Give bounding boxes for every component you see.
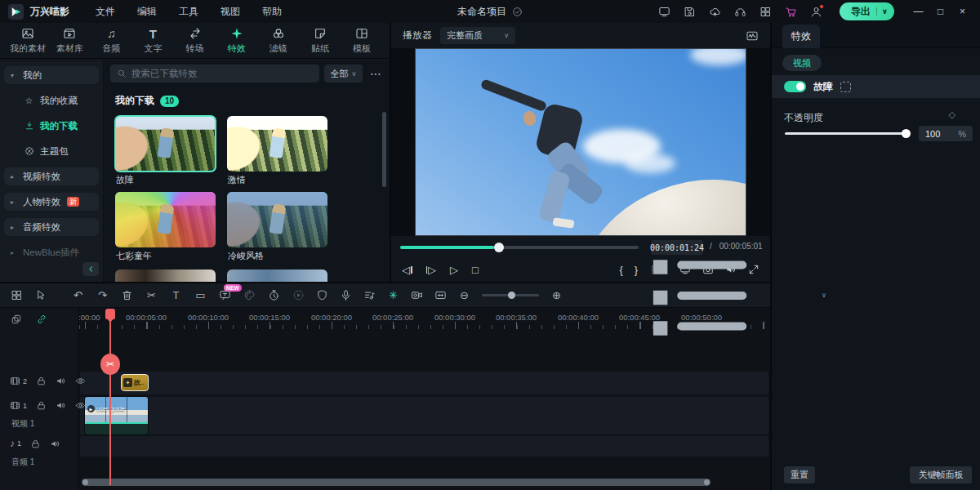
minimize-button[interactable]: — bbox=[907, 6, 929, 17]
cloud-upload-button[interactable] bbox=[705, 2, 725, 20]
support-button[interactable] bbox=[730, 2, 751, 20]
mask-button[interactable] bbox=[316, 289, 328, 301]
menu-help[interactable]: 帮助 bbox=[262, 5, 282, 19]
menu-view[interactable]: 视图 bbox=[220, 5, 240, 19]
menu-file[interactable]: 文件 bbox=[96, 5, 115, 19]
sidebar-collapse-button[interactable] bbox=[82, 262, 99, 276]
keyframe-diamond-icon[interactable]: ◇ bbox=[949, 109, 956, 120]
timeline-horizontal-scrollbar[interactable] bbox=[82, 479, 710, 486]
effect-card-glitch[interactable] bbox=[115, 116, 216, 172]
sidebar-group-my[interactable]: ▾ 我的 bbox=[4, 66, 99, 84]
playhead-line[interactable] bbox=[109, 309, 111, 485]
chevron-right-icon: ▸ bbox=[11, 198, 17, 206]
lock-icon[interactable] bbox=[36, 400, 47, 411]
effect-clip[interactable]: ✦ 故.. bbox=[121, 374, 149, 391]
search-box[interactable] bbox=[110, 65, 319, 82]
tool-select[interactable] bbox=[35, 289, 47, 301]
speech-to-text-button[interactable]: NEW bbox=[219, 289, 231, 301]
crop-tool-button[interactable]: ▭ bbox=[194, 289, 207, 301]
quality-dropdown[interactable]: 完整画质 ∨ bbox=[440, 27, 515, 44]
sidebar-group-video-effects[interactable]: ▸ 视频特效 bbox=[4, 167, 99, 185]
tool-grid[interactable] bbox=[11, 289, 23, 301]
sidebar-group-newblue[interactable]: ▸ NewBlue插件 bbox=[4, 243, 99, 261]
sidebar-item-theme-packs[interactable]: 主题包 bbox=[4, 142, 99, 160]
more-options-button[interactable]: ⋯ bbox=[368, 65, 384, 82]
preview-quality-icon[interactable] bbox=[746, 29, 759, 42]
track-lane-video[interactable] bbox=[80, 397, 768, 434]
track-lane-audio[interactable] bbox=[80, 436, 768, 457]
scene-detect-button[interactable] bbox=[411, 289, 423, 301]
maximize-button[interactable]: □ bbox=[929, 6, 951, 17]
tab-templates[interactable]: 模板 bbox=[344, 27, 380, 55]
link-icon[interactable] bbox=[36, 314, 47, 325]
tab-stickers[interactable]: 贴纸 bbox=[302, 27, 338, 55]
eye-icon[interactable] bbox=[75, 400, 86, 411]
menu-edit[interactable]: 编辑 bbox=[137, 5, 157, 19]
zoom-slider-handle[interactable] bbox=[508, 292, 515, 299]
export-button[interactable]: 导出 ∨ bbox=[840, 2, 894, 20]
search-input[interactable] bbox=[131, 69, 313, 78]
video-clip[interactable]: ▶ user guide bbox=[85, 397, 148, 434]
tab-library[interactable]: 素材库 bbox=[51, 27, 87, 55]
color-tool-button[interactable] bbox=[243, 289, 256, 301]
tab-transitions[interactable]: 转场 bbox=[177, 27, 213, 55]
close-button[interactable]: × bbox=[951, 6, 973, 17]
beat-detect-button[interactable]: ✳ bbox=[387, 289, 399, 301]
tab-my-media[interactable]: 我的素材 bbox=[10, 27, 46, 55]
playhead-handle[interactable] bbox=[105, 309, 115, 319]
account-button[interactable] bbox=[806, 2, 826, 20]
lock-icon[interactable] bbox=[30, 439, 41, 449]
redo-button[interactable]: ↷ bbox=[96, 289, 109, 301]
sidebar-group-character-effects[interactable]: ▸ 人物特效 新 bbox=[4, 193, 99, 211]
voiceover-button[interactable] bbox=[340, 289, 352, 301]
zoom-in-button[interactable]: ⊕ bbox=[550, 289, 563, 301]
effect-toggle[interactable] bbox=[784, 81, 806, 92]
opacity-value-box[interactable]: 100 % bbox=[919, 126, 973, 141]
preview-video[interactable] bbox=[415, 48, 746, 236]
tab-effects[interactable]: 特效 bbox=[219, 27, 255, 55]
workspace-layout-button[interactable] bbox=[654, 2, 675, 20]
properties-tab-effects[interactable]: 特效 bbox=[782, 24, 820, 48]
split-button[interactable]: ✂ bbox=[145, 289, 158, 301]
effect-region-icon[interactable] bbox=[840, 82, 851, 92]
sidebar-item-downloads[interactable]: 我的下载 bbox=[4, 117, 99, 135]
text-tool-button[interactable]: T bbox=[170, 289, 182, 301]
track-manager-button[interactable]: ∨ bbox=[574, 234, 826, 357]
zoom-slider[interactable] bbox=[482, 294, 539, 296]
filter-dropdown[interactable]: 全部 ∨ bbox=[324, 65, 363, 82]
tab-filters[interactable]: 滤镜 bbox=[261, 27, 296, 55]
sidebar-group-audio-effects[interactable]: ▸ 音频特效 bbox=[4, 218, 99, 236]
store-cart-button[interactable] bbox=[781, 2, 801, 20]
speaker-icon[interactable] bbox=[50, 439, 60, 449]
tab-audio[interactable]: ♫音频 bbox=[93, 27, 129, 55]
speed-tool-button[interactable] bbox=[268, 289, 280, 301]
delete-button[interactable] bbox=[121, 289, 133, 301]
video-chip[interactable]: 视频 bbox=[782, 55, 822, 71]
keyframe-panel-button[interactable]: 关键帧面板 bbox=[910, 466, 972, 483]
plugins-grid-button[interactable] bbox=[755, 2, 776, 20]
reset-button[interactable]: 重置 bbox=[784, 466, 815, 483]
track-lane-effect[interactable] bbox=[80, 372, 768, 394]
opacity-slider-handle[interactable] bbox=[902, 129, 911, 138]
effect-card-rainbow-childhood[interactable] bbox=[115, 192, 216, 247]
save-button[interactable] bbox=[679, 2, 700, 20]
effect-card-passion[interactable] bbox=[227, 116, 327, 172]
playhead-scissors-badge[interactable]: ✂ bbox=[100, 354, 120, 375]
render-preview-button[interactable] bbox=[292, 289, 305, 301]
duplicate-icon[interactable] bbox=[11, 314, 22, 325]
eye-icon[interactable] bbox=[75, 376, 86, 386]
menu-tools[interactable]: 工具 bbox=[179, 5, 198, 19]
audio-mixer-button[interactable] bbox=[363, 289, 376, 301]
opacity-slider[interactable] bbox=[785, 132, 907, 135]
export-dropdown-icon[interactable]: ∨ bbox=[876, 7, 888, 16]
effect-card-partial[interactable] bbox=[115, 270, 216, 282]
sidebar-item-favorites[interactable]: ☆ 我的收藏 bbox=[4, 91, 99, 109]
zoom-fit-button[interactable] bbox=[434, 289, 447, 301]
undo-button[interactable]: ↶ bbox=[72, 289, 84, 301]
speaker-icon[interactable] bbox=[56, 376, 66, 386]
effects-scrollbar[interactable] bbox=[382, 112, 386, 187]
speaker-icon[interactable] bbox=[56, 400, 66, 411]
zoom-out-button[interactable]: ⊖ bbox=[458, 289, 470, 301]
tab-text[interactable]: T文字 bbox=[135, 27, 171, 55]
lock-icon[interactable] bbox=[36, 376, 47, 386]
